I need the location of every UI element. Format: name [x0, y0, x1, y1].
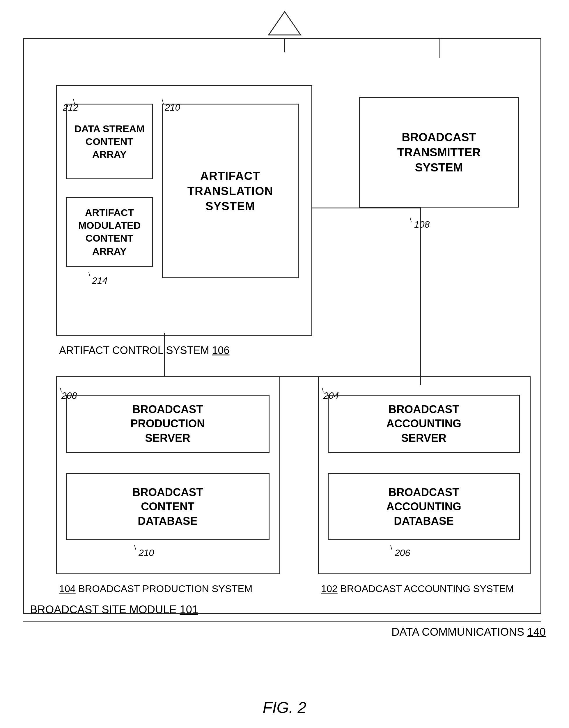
- data-comm-line: [23, 621, 541, 622]
- broadcast-accounting-database-label: BROADCASTACCOUNTINGDATABASE: [386, 485, 461, 528]
- ref-206-slash: \: [390, 544, 392, 551]
- figure-caption: FIG. 2: [263, 698, 306, 716]
- broadcast-accounting-database-box: BROADCASTACCOUNTINGDATABASE: [328, 473, 520, 540]
- data-stream-label: DATA STREAMCONTENTARRAY: [69, 122, 150, 161]
- connector-antenna-to-tx: [439, 38, 440, 58]
- data-comm-label: DATA COMMUNICATIONS 140: [391, 626, 546, 638]
- artifact-control-label: ARTIFACT CONTROL SYSTEM 106: [59, 344, 230, 357]
- ref-108: 108: [414, 219, 430, 230]
- artifact-control-system-box: 212 \ DATA STREAMCONTENTARRAY 210 \ ARTI…: [56, 85, 312, 336]
- connector-v-prod: [164, 333, 165, 376]
- ref-208-slash: \: [60, 387, 62, 394]
- broadcast-production-system-label: 104 BROADCAST PRODUCTION SYSTEM: [59, 583, 252, 594]
- broadcast-production-server-label: BROADCASTPRODUCTIONSERVER: [130, 402, 205, 445]
- artifact-modulated-content-array-box: ARTIFACTMODULATED CONTENTARRAY: [66, 197, 153, 267]
- broadcast-content-database-label: BROADCASTCONTENTDATABASE: [132, 485, 203, 528]
- ref-214-slash: \: [88, 271, 90, 279]
- broadcast-accounting-server-box: BROADCASTACCOUNTINGSERVER: [328, 395, 520, 453]
- broadcast-site-module-box: 212 \ DATA STREAMCONTENTARRAY 210 \ ARTI…: [23, 38, 541, 614]
- ref-108-slash: \: [410, 216, 412, 224]
- ref-210-db-slash: \: [134, 544, 136, 551]
- ref-204-slash: \: [322, 387, 324, 394]
- broadcast-accounting-system-label: 102 BROADCAST ACCOUNTING SYSTEM: [321, 583, 514, 594]
- broadcast-accounting-server-label: BROADCASTACCOUNTINGSERVER: [386, 402, 461, 445]
- ref-102: 102: [321, 583, 338, 594]
- svg-marker-0: [269, 12, 301, 35]
- ref-104: 104: [59, 583, 76, 594]
- artifact-mod-label: ARTIFACTMODULATED CONTENTARRAY: [69, 206, 150, 258]
- ref-140: 140: [527, 626, 546, 638]
- diagram-page: 212 \ DATA STREAMCONTENTARRAY 210 \ ARTI…: [0, 0, 569, 728]
- broadcast-production-system-box: 208 \ BROADCASTPRODUCTIONSERVER BROADCAS…: [56, 376, 280, 574]
- artifact-translation-label: ARTIFACTTRANSLATIONSYSTEM: [169, 168, 291, 214]
- ref-210-db: 210: [139, 548, 154, 558]
- ref-101: 101: [180, 603, 198, 616]
- broadcast-transmitter-system-box: BROADCASTTRANSMITTERSYSTEM: [359, 97, 519, 208]
- connector-v-tx: [420, 208, 421, 385]
- ref-206: 206: [395, 548, 410, 558]
- broadcast-site-module-label: BROADCAST SITE MODULE 101: [30, 603, 198, 616]
- connector-h-top: [312, 208, 420, 208]
- broadcast-content-database-box: BROADCASTCONTENTDATABASE: [66, 473, 270, 540]
- ref-106: 106: [212, 344, 229, 356]
- antenna-icon: [266, 9, 304, 38]
- ref-214: 214: [92, 275, 107, 286]
- broadcast-production-server-box: BROADCASTPRODUCTIONSERVER: [66, 395, 270, 453]
- broadcast-accounting-system-box: 204 \ BROADCASTACCOUNTINGSERVER BROADCAS…: [318, 376, 531, 574]
- artifact-translation-system-box: ARTIFACTTRANSLATIONSYSTEM: [162, 104, 299, 278]
- broadcast-tx-label: BROADCASTTRANSMITTERSYSTEM: [369, 130, 509, 175]
- data-stream-content-array-box: DATA STREAMCONTENTARRAY: [66, 104, 153, 179]
